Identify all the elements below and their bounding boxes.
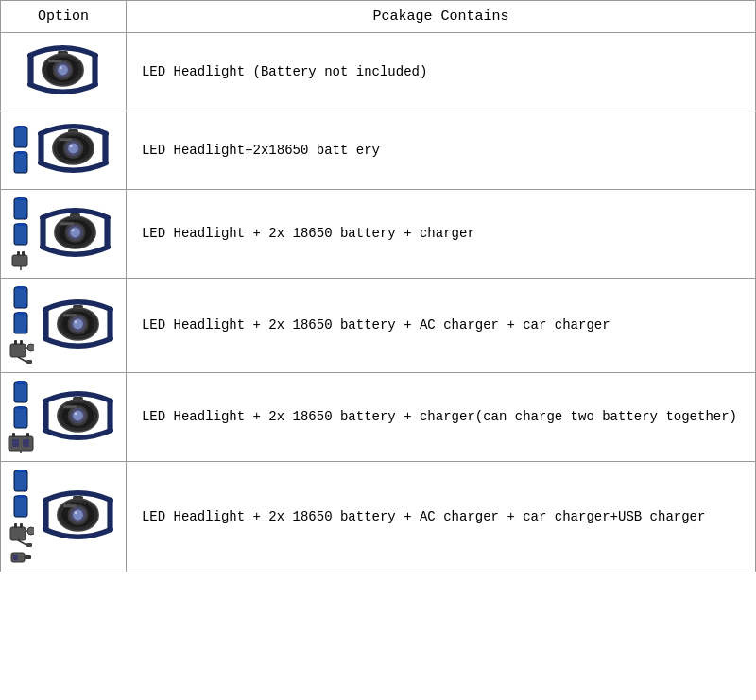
svg-rect-10 [48, 60, 61, 62]
accessories-left [8, 286, 34, 365]
svg-rect-89 [17, 470, 25, 472]
svg-rect-1 [93, 54, 98, 86]
svg-rect-76 [23, 439, 29, 447]
svg-rect-102 [43, 499, 49, 531]
accessories-left [12, 126, 29, 175]
svg-rect-15 [39, 132, 44, 164]
svg-rect-44 [60, 222, 74, 225]
svg-point-21 [69, 144, 79, 154]
svg-rect-26 [14, 198, 27, 219]
svg-point-97 [27, 527, 34, 535]
svg-rect-78 [108, 400, 113, 432]
headlight-image [23, 41, 103, 103]
headlight-image [33, 119, 113, 181]
option-cell-5 [1, 373, 127, 462]
svg-rect-103 [108, 499, 113, 531]
svg-rect-51 [20, 340, 23, 345]
svg-rect-34 [41, 216, 46, 248]
svg-rect-12 [17, 126, 25, 128]
svg-rect-30 [12, 255, 27, 266]
package-text: LED Headlight + 2x 18650 battery + charg… [142, 226, 475, 241]
svg-rect-92 [10, 527, 26, 540]
svg-rect-46 [17, 286, 25, 289]
table-row: LED Headlight (Battery not included) [1, 33, 756, 111]
svg-rect-68 [17, 381, 25, 384]
package-text: LED Headlight (Battery not included) [142, 64, 427, 79]
product-images [5, 119, 122, 181]
svg-rect-27 [17, 197, 25, 200]
svg-point-22 [70, 145, 73, 147]
svg-rect-57 [108, 308, 113, 340]
svg-rect-70 [17, 406, 25, 409]
svg-rect-56 [43, 308, 49, 340]
svg-rect-101 [13, 555, 18, 560]
svg-rect-35 [105, 216, 111, 248]
svg-point-7 [60, 66, 62, 69]
accessories-left [10, 197, 31, 270]
svg-rect-45 [14, 287, 27, 308]
svg-rect-87 [63, 405, 77, 408]
svg-rect-75 [12, 439, 19, 447]
svg-rect-53 [26, 360, 32, 364]
svg-point-40 [71, 227, 81, 237]
accessories-left [8, 381, 34, 453]
package-cell-1: LED Headlight (Battery not included) [126, 33, 755, 111]
package-cell-5: LED Headlight + 2x 18650 battery + charg… [126, 373, 755, 462]
svg-rect-91 [17, 495, 25, 498]
svg-line-95 [18, 540, 26, 545]
svg-rect-13 [14, 152, 27, 173]
svg-point-62 [74, 318, 84, 329]
package-header: Pcakage Contains [126, 1, 755, 33]
package-text: LED Headlight + 2x 18650 battery + AC ch… [142, 509, 706, 524]
svg-rect-11 [14, 127, 27, 147]
option-cell-3 [1, 190, 127, 279]
svg-rect-25 [59, 138, 72, 141]
table-row: LED Headlight + 2x 18650 battery + charg… [1, 373, 756, 462]
svg-rect-90 [14, 496, 27, 517]
package-cell-3: LED Headlight + 2x 18650 battery + charg… [126, 190, 755, 279]
svg-rect-66 [63, 314, 77, 316]
svg-rect-93 [14, 523, 17, 528]
table-row: LED Headlight + 2x 18650 battery + charg… [1, 190, 756, 279]
svg-rect-16 [103, 132, 109, 164]
svg-rect-73 [26, 433, 29, 437]
table-row: LED Headlight + 2x 18650 battery + AC ch… [1, 462, 756, 572]
svg-rect-48 [17, 312, 25, 315]
svg-rect-72 [12, 433, 15, 437]
svg-rect-96 [26, 543, 32, 547]
svg-rect-32 [22, 251, 25, 256]
svg-point-41 [72, 229, 75, 231]
headlight-image [38, 486, 118, 548]
svg-rect-28 [14, 224, 27, 245]
svg-point-83 [74, 410, 84, 420]
svg-rect-0 [28, 54, 34, 86]
table-row: LED Headlight+2x18650 batt ery [1, 111, 756, 190]
package-cell-6: LED Headlight + 2x 18650 battery + AC ch… [126, 462, 755, 572]
product-images [5, 381, 122, 453]
svg-rect-77 [43, 400, 49, 432]
package-text: LED Headlight + 2x 18650 battery + AC ch… [142, 317, 610, 333]
package-text: LED Headlight + 2x 18650 battery + charg… [142, 409, 737, 424]
svg-rect-69 [14, 407, 27, 428]
product-images [5, 41, 122, 103]
svg-rect-49 [10, 344, 26, 357]
svg-point-84 [75, 412, 77, 415]
option-cell-6 [1, 462, 127, 572]
product-images [5, 197, 122, 270]
svg-rect-67 [14, 382, 27, 402]
option-cell-4 [1, 279, 127, 373]
option-cell-1 [1, 33, 127, 111]
svg-rect-47 [14, 313, 27, 333]
headlight-image [35, 203, 115, 265]
headlight-image [38, 295, 118, 357]
svg-rect-50 [14, 340, 17, 345]
svg-rect-94 [20, 523, 23, 528]
product-images [5, 470, 122, 564]
option-cell-2 [1, 111, 127, 190]
package-cell-4: LED Headlight + 2x 18650 battery + AC ch… [126, 279, 755, 373]
svg-rect-112 [63, 504, 77, 507]
svg-point-108 [74, 510, 84, 521]
svg-rect-14 [17, 151, 25, 154]
package-cell-2: LED Headlight+2x18650 batt ery [126, 111, 755, 190]
table-row: LED Headlight + 2x 18650 battery + AC ch… [1, 279, 756, 373]
